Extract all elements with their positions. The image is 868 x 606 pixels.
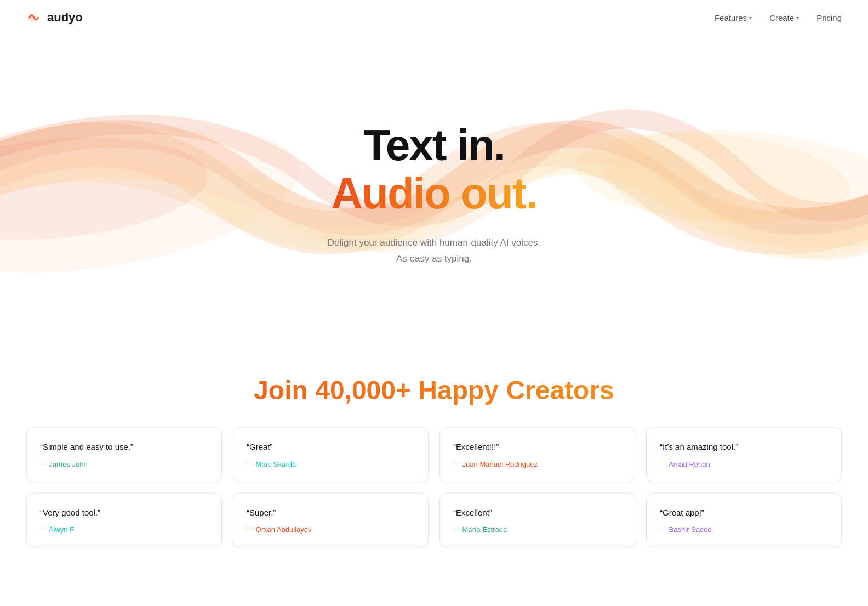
testimonial-quote: “It’s an amazing tool.” [660, 441, 828, 454]
logo-icon [26, 9, 44, 26]
navbar: audyo Features ▾ Create ▾ Pricing [0, 0, 868, 35]
logo-link[interactable]: audyo [26, 9, 83, 26]
hero-section: Text in. Audio out. Delight your audienc… [0, 35, 868, 342]
testimonial-author: — James John [40, 460, 208, 468]
testimonial-card: “Simple and easy to use.” — James John [26, 427, 222, 482]
chevron-down-icon: ▾ [749, 15, 752, 21]
logo-text: audyo [47, 10, 83, 25]
svg-point-0 [27, 13, 36, 22]
nav-create[interactable]: Create ▾ [769, 13, 799, 22]
testimonial-author: — María Estrada [453, 525, 621, 534]
testimonial-quote: “Super.” [247, 507, 415, 519]
testimonials-grid: “Simple and easy to use.” — James John “… [26, 427, 842, 547]
testimonial-quote: “Excellent” [453, 507, 621, 519]
hero-content: Text in. Audio out. Delight your audienc… [328, 121, 540, 267]
nav-pricing[interactable]: Pricing [816, 13, 842, 22]
testimonial-card: “Great app!” — Bashir Saeed [646, 493, 842, 548]
testimonials-section: Join 40,000+ Happy Creators “Simple and … [0, 342, 868, 569]
chevron-down-icon: ▾ [796, 15, 799, 21]
testimonial-author: — Alwyn F [40, 525, 208, 534]
testimonial-quote: “Excellent!!!” [453, 441, 621, 454]
testimonial-author: — Marc Skarda [247, 460, 415, 468]
testimonial-card: “Great” — Marc Skarda [233, 427, 429, 482]
testimonial-card: “Excellent” — María Estrada [439, 493, 635, 548]
testimonial-author: — Juan Manuel Rodriguez [453, 460, 621, 468]
testimonial-quote: “Very good tool.” [40, 507, 208, 519]
testimonial-author: — Amad Rehan [660, 460, 828, 468]
testimonial-quote: “Simple and easy to use.” [40, 441, 208, 454]
testimonial-quote: “Great” [247, 441, 415, 454]
testimonial-card: “It’s an amazing tool.” — Amad Rehan [646, 427, 842, 482]
testimonials-heading: Join 40,000+ Happy Creators [26, 375, 842, 405]
testimonial-quote: “Great app!” [660, 507, 828, 519]
testimonial-author: — Bashir Saeed [660, 525, 828, 534]
hero-title-orange: Audio out. [328, 169, 540, 218]
nav-links: Features ▾ Create ▾ Pricing [715, 13, 842, 22]
testimonial-author: — Orxan Abdullayev [247, 525, 415, 534]
testimonial-card: “Excellent!!!” — Juan Manuel Rodriguez [439, 427, 635, 482]
nav-features[interactable]: Features ▾ [715, 13, 752, 22]
testimonial-card: “Super.” — Orxan Abdullayev [233, 493, 429, 548]
hero-title-black: Text in. [328, 121, 540, 169]
testimonial-card: “Very good tool.” — Alwyn F [26, 493, 222, 548]
hero-subtitle: Delight your audience with human-quality… [328, 235, 540, 267]
